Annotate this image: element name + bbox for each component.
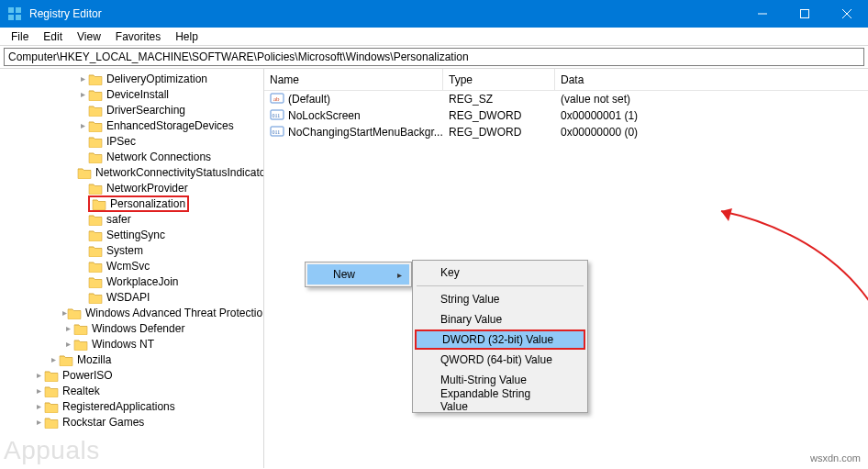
menu-edit[interactable]: Edit	[36, 28, 70, 45]
tree-item[interactable]: RegisteredApplications	[0, 398, 263, 414]
folder-icon	[88, 151, 103, 163]
chevron-icon[interactable]	[33, 401, 44, 411]
tree-item[interactable]: DeliveryOptimization	[0, 71, 263, 86]
menu-item-dword-32-bit-value[interactable]: DWORD (32-bit) Value	[415, 329, 585, 350]
list-pane[interactable]: Name Type Data (Default)REG_SZ(value not…	[264, 69, 868, 468]
tree-item[interactable]: WorkplaceJoin	[0, 274, 263, 289]
menu-item-label: String Value	[440, 293, 499, 306]
menu-item-key[interactable]: Key	[415, 262, 585, 283]
address-bar	[0, 46, 868, 69]
value-type: REG_DWORD	[443, 126, 555, 139]
tree-item[interactable]: System	[0, 242, 263, 258]
folder-icon	[88, 229, 103, 241]
column-data[interactable]: Data	[555, 69, 868, 90]
svg-rect-5	[801, 10, 809, 18]
tree-item-label: Mozilla	[77, 353, 111, 366]
menu-help[interactable]: Help	[168, 28, 206, 45]
chevron-icon[interactable]	[77, 89, 88, 99]
menu-item-label: Binary Value	[440, 313, 502, 326]
tree-item[interactable]: WSDAPI	[0, 289, 263, 305]
list-row[interactable]: NoChangingStartMenuBackgr...REG_DWORD0x0…	[264, 124, 868, 140]
value-type: REG_SZ	[443, 93, 555, 106]
chevron-icon[interactable]	[62, 339, 73, 349]
string-value-icon	[270, 91, 284, 108]
tree-item[interactable]: NetworkProvider	[0, 180, 263, 195]
folder-icon	[44, 369, 59, 382]
tree-item-label: SettingSync	[106, 229, 165, 241]
close-button[interactable]	[826, 0, 868, 28]
tree-item[interactable]: EnhancedStorageDevices	[0, 117, 263, 133]
tree-pane[interactable]: DeliveryOptimizationDeviceInstallDriverS…	[0, 69, 264, 468]
tree-item[interactable]: Rockstar Games	[0, 414, 263, 430]
menu-view[interactable]: View	[70, 28, 108, 45]
list-row[interactable]: NoLockScreenREG_DWORD0x00000001 (1)	[264, 107, 868, 124]
chevron-icon[interactable]	[77, 73, 88, 84]
value-name: NoChangingStartMenuBackgr...	[288, 126, 443, 139]
tree-item[interactable]: Mozilla	[0, 352, 263, 367]
tree-item[interactable]: SettingSync	[0, 227, 263, 242]
menubar: FileEditViewFavoritesHelp	[0, 28, 868, 46]
annotation-arrow	[712, 207, 868, 436]
column-name[interactable]: Name	[264, 69, 443, 90]
folder-icon	[88, 275, 103, 288]
watermark-right: wsxdn.com	[810, 452, 861, 463]
tree-item[interactable]: DeviceInstall	[0, 86, 263, 102]
address-input[interactable]	[4, 48, 864, 66]
tree-item-label: EnhancedStorageDevices	[106, 119, 234, 132]
folder-icon	[88, 73, 103, 85]
folder-icon	[77, 166, 92, 179]
tree-item[interactable]: Windows Defender	[0, 320, 263, 336]
tree-item[interactable]: PowerISO	[0, 367, 263, 383]
tree-item[interactable]: safer	[0, 211, 263, 227]
folder-icon	[88, 260, 103, 273]
folder-icon	[44, 416, 59, 429]
tree-item[interactable]: DriverSearching	[0, 102, 263, 117]
tree-item-label: WSDAPI	[106, 291, 150, 304]
menu-separator	[417, 285, 584, 286]
folder-icon	[44, 385, 59, 397]
value-data: 0x00000000 (0)	[555, 126, 868, 139]
chevron-icon[interactable]	[48, 354, 59, 364]
titlebar: Registry Editor	[0, 0, 868, 28]
tree-item[interactable]: Realtek	[0, 383, 263, 398]
tree-item[interactable]: Network Connections	[0, 149, 263, 164]
tree-item[interactable]: NetworkConnectivityStatusIndicator	[0, 164, 263, 180]
folder-icon	[88, 88, 103, 101]
main: DeliveryOptimizationDeviceInstallDriverS…	[0, 69, 868, 468]
tree-item-label: WcmSvc	[106, 260, 150, 273]
menu-favorites[interactable]: Favorites	[108, 28, 168, 45]
chevron-icon[interactable]	[33, 417, 44, 427]
menu-file[interactable]: File	[4, 28, 36, 45]
chevron-icon[interactable]	[33, 370, 44, 380]
menu-item-qword-64-bit-value[interactable]: QWORD (64-bit) Value	[415, 350, 585, 370]
minimize-button[interactable]	[741, 0, 784, 28]
menu-item-label: Expandable String Value	[440, 387, 558, 413]
svg-rect-1	[16, 7, 21, 13]
column-type[interactable]: Type	[443, 69, 555, 90]
menu-item-expandable-string-value[interactable]: Expandable String Value	[415, 390, 585, 410]
value-data: 0x00000001 (1)	[555, 109, 868, 122]
tree-item[interactable]: Windows NT	[0, 336, 263, 352]
chevron-icon[interactable]	[62, 323, 73, 333]
menu-item-label: DWORD (32-bit) Value	[442, 333, 553, 346]
tree-item[interactable]: WcmSvc	[0, 258, 263, 274]
value-type: REG_DWORD	[443, 109, 555, 122]
menu-item-string-value[interactable]: String Value	[415, 289, 585, 309]
chevron-icon[interactable]	[33, 385, 44, 396]
tree-item-label: NetworkProvider	[106, 182, 188, 195]
chevron-icon[interactable]	[77, 120, 88, 130]
menu-item-new[interactable]: New	[307, 264, 409, 285]
folder-icon	[88, 104, 103, 117]
context-submenu-new: KeyString ValueBinary ValueDWORD (32-bit…	[412, 260, 588, 413]
tree-item-label: Personalization	[110, 197, 185, 210]
tree-item-label: DeviceInstall	[106, 88, 169, 101]
maximize-button[interactable]	[784, 0, 826, 28]
tree-item[interactable]: Windows Advanced Threat Protection	[0, 305, 263, 320]
tree-item-label: RegisteredApplications	[62, 400, 175, 413]
tree-item[interactable]: IPSec	[0, 133, 263, 149]
list-row[interactable]: (Default)REG_SZ(value not set)	[264, 91, 868, 107]
folder-icon	[73, 338, 88, 351]
tree-item-label: Realtek	[62, 385, 100, 397]
tree-item[interactable]: Personalization	[0, 195, 263, 211]
menu-item-binary-value[interactable]: Binary Value	[415, 309, 585, 329]
